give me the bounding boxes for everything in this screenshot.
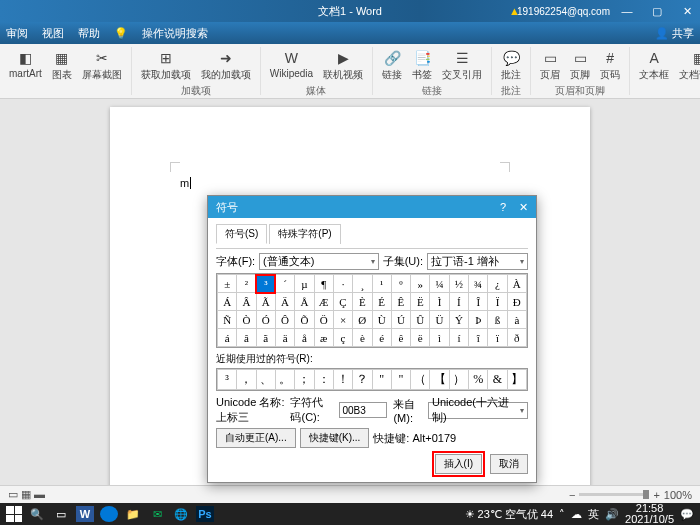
ribbon-button[interactable]: ◧martArt: [6, 47, 45, 81]
minimize-button[interactable]: —: [618, 5, 636, 18]
clock[interactable]: 21:58 2021/10/5: [625, 503, 674, 525]
recent-character-cell[interactable]: ，: [237, 370, 256, 390]
share-button[interactable]: 👤 共享: [655, 26, 694, 41]
character-cell[interactable]: Â: [237, 293, 256, 311]
tab-symbols[interactable]: 符号(S): [216, 224, 267, 244]
recent-character-cell[interactable]: 。: [275, 370, 294, 390]
character-cell[interactable]: ð: [507, 329, 526, 347]
character-cell[interactable]: Ü: [430, 311, 449, 329]
weather-widget[interactable]: ☀ 23℃ 空气优 44: [465, 507, 554, 522]
zoom-in[interactable]: +: [653, 489, 659, 501]
character-cell[interactable]: ì: [430, 329, 449, 347]
menu-item-review[interactable]: 审阅: [6, 26, 28, 41]
character-cell[interactable]: Ú: [391, 311, 410, 329]
character-cell[interactable]: À: [507, 275, 526, 293]
character-cell[interactable]: ¾: [469, 275, 488, 293]
character-cell[interactable]: Õ: [295, 311, 314, 329]
character-cell[interactable]: í: [449, 329, 468, 347]
character-cell[interactable]: ¹: [372, 275, 391, 293]
recent-character-cell[interactable]: ": [372, 370, 391, 390]
recent-character-cell[interactable]: ³: [218, 370, 237, 390]
menu-item-view[interactable]: 视图: [42, 26, 64, 41]
character-cell[interactable]: Ð: [507, 293, 526, 311]
character-cell[interactable]: ½: [449, 275, 468, 293]
shortcut-key-button[interactable]: 快捷键(K)...: [300, 428, 370, 448]
ribbon-button[interactable]: ✂屏幕截图: [79, 47, 125, 84]
character-cell[interactable]: æ: [314, 329, 333, 347]
character-cell[interactable]: Ë: [411, 293, 430, 311]
taskbar-photoshop[interactable]: Ps: [196, 506, 214, 522]
character-cell[interactable]: ê: [391, 329, 410, 347]
from-combo[interactable]: Unicode(十六进制)▾: [428, 402, 528, 419]
recent-character-cell[interactable]: 【: [430, 370, 449, 390]
tab-special-chars[interactable]: 特殊字符(P): [269, 224, 340, 244]
recent-character-cell[interactable]: 、: [256, 370, 275, 390]
character-cell[interactable]: Í: [449, 293, 468, 311]
recent-character-cell[interactable]: ；: [295, 370, 314, 390]
recent-character-cell[interactable]: ！: [333, 370, 352, 390]
character-cell[interactable]: Ø: [353, 311, 372, 329]
view-buttons[interactable]: ▭ ▦ ▬: [8, 488, 45, 501]
zoom-level[interactable]: 100%: [664, 489, 692, 501]
search-icon[interactable]: 🔍: [28, 506, 46, 522]
character-cell[interactable]: ²: [237, 275, 256, 293]
taskbar-word[interactable]: W: [76, 506, 94, 522]
dialog-titlebar[interactable]: 符号 ? ✕: [208, 196, 536, 218]
character-cell[interactable]: Ñ: [218, 311, 237, 329]
character-cell[interactable]: É: [372, 293, 391, 311]
character-cell[interactable]: î: [469, 329, 488, 347]
character-cell[interactable]: ã: [256, 329, 275, 347]
character-cell[interactable]: à: [507, 311, 526, 329]
character-cell[interactable]: Æ: [314, 293, 333, 311]
character-cell[interactable]: ±: [218, 275, 237, 293]
character-cell[interactable]: Î: [469, 293, 488, 311]
zoom-out[interactable]: −: [569, 489, 575, 501]
character-cell[interactable]: ë: [411, 329, 430, 347]
character-cell[interactable]: ç: [333, 329, 352, 347]
character-cell[interactable]: Þ: [469, 311, 488, 329]
character-cell[interactable]: Ù: [372, 311, 391, 329]
character-cell[interactable]: ß: [488, 311, 507, 329]
recent-character-cell[interactable]: ：: [314, 370, 333, 390]
character-cell[interactable]: Å: [295, 293, 314, 311]
character-cell[interactable]: Ó: [256, 311, 275, 329]
ribbon-button[interactable]: ☰交叉引用: [439, 47, 485, 84]
character-cell[interactable]: Ö: [314, 311, 333, 329]
taskbar-explorer[interactable]: 📁: [124, 506, 142, 522]
ribbon-button[interactable]: ⊞获取加载项: [138, 47, 194, 84]
ribbon-button[interactable]: WWikipedia: [267, 47, 316, 81]
recent-character-cell[interactable]: （: [411, 370, 430, 390]
character-cell[interactable]: Ý: [449, 311, 468, 329]
close-button[interactable]: ✕: [678, 5, 696, 18]
dialog-help-button[interactable]: ?: [500, 201, 506, 213]
subset-combo[interactable]: 拉丁语-1 增补▾: [427, 253, 528, 270]
ribbon-button[interactable]: ▦文档部件: [676, 47, 700, 84]
character-cell[interactable]: ·: [333, 275, 352, 293]
recent-character-cell[interactable]: 】: [507, 370, 526, 390]
volume-icon[interactable]: 🔊: [605, 508, 619, 521]
ribbon-button[interactable]: 🔗链接: [379, 47, 405, 84]
character-cell[interactable]: Û: [411, 311, 430, 329]
notification-icon[interactable]: 💬: [680, 508, 694, 521]
recent-character-cell[interactable]: ": [391, 370, 410, 390]
character-cell[interactable]: Ô: [275, 311, 294, 329]
ribbon-button[interactable]: A文本框: [636, 47, 672, 84]
zoom-slider[interactable]: [579, 493, 649, 496]
autocorrect-button[interactable]: 自动更正(A)...: [216, 428, 296, 448]
character-cell[interactable]: ¶: [314, 275, 333, 293]
character-cell[interactable]: º: [391, 275, 410, 293]
onedrive-icon[interactable]: ☁: [571, 508, 582, 521]
recent-character-cell[interactable]: ？: [353, 370, 372, 390]
menu-item-help[interactable]: 帮助: [78, 26, 100, 41]
character-cell[interactable]: ¿: [488, 275, 507, 293]
character-cell[interactable]: Ì: [430, 293, 449, 311]
insert-button[interactable]: 插入(I): [435, 454, 482, 474]
character-cell[interactable]: é: [372, 329, 391, 347]
character-cell[interactable]: Ï: [488, 293, 507, 311]
character-cell[interactable]: ¸: [353, 275, 372, 293]
character-cell[interactable]: á: [218, 329, 237, 347]
document-content[interactable]: m: [180, 175, 194, 190]
character-cell[interactable]: ¼: [430, 275, 449, 293]
font-combo[interactable]: (普通文本)▾: [259, 253, 379, 270]
recent-character-cell[interactable]: ）: [449, 370, 468, 390]
